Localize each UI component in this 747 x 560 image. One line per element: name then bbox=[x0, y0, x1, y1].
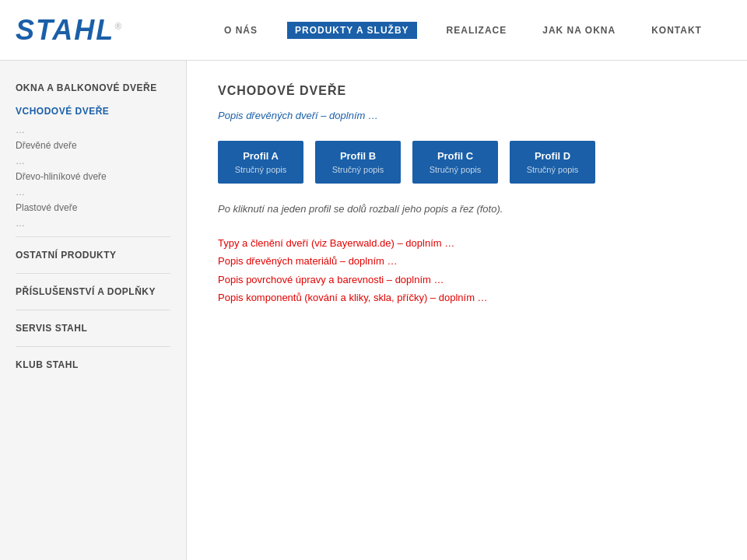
profile-btn-a[interactable]: Profil A Stručný popis bbox=[218, 141, 303, 184]
sidebar-dots-2: … bbox=[0, 154, 186, 168]
profile-c-title: Profil C bbox=[428, 150, 482, 162]
info-block: Typy a členění dveří (viz Bayerwald.de) … bbox=[218, 234, 716, 307]
info-line-3: Popis povrchové úpravy a barevnosti – do… bbox=[218, 271, 716, 289]
logo: STAHL® bbox=[16, 14, 123, 46]
sidebar-item-klub[interactable]: KLUB STAHL bbox=[0, 353, 186, 376]
profile-a-title: Profil A bbox=[233, 150, 288, 162]
profile-a-sub: Stručný popis bbox=[233, 165, 288, 174]
profiles-row: Profil A Stručný popis Profil B Stručný … bbox=[218, 141, 716, 184]
logo-reg: ® bbox=[114, 21, 123, 32]
profile-btn-d[interactable]: Profil D Stručný popis bbox=[510, 141, 595, 184]
nav-o-nas[interactable]: O NÁS bbox=[218, 22, 264, 39]
sidebar-item-drevene[interactable]: Dřevěné dveře bbox=[0, 137, 186, 154]
profile-b-title: Profil B bbox=[331, 150, 385, 162]
nav-realizace[interactable]: REALIZACE bbox=[440, 22, 514, 39]
sidebar-dots-3: … bbox=[0, 185, 186, 199]
sidebar-item-plastove[interactable]: Plastové dveře bbox=[0, 199, 186, 216]
sidebar: OKNA A BALKONOVÉ DVEŘE VCHODOVÉ DVEŘE … … bbox=[0, 61, 187, 560]
profile-d-title: Profil D bbox=[525, 150, 580, 162]
intro-text: Popis dřevěných dveří – doplním … bbox=[218, 110, 716, 121]
sidebar-item-drevo-hlinikove[interactable]: Dřevo-hliníkové dveře bbox=[0, 168, 186, 185]
nav-produkty[interactable]: PRODUKTY A SLUŽBY bbox=[287, 22, 417, 39]
sidebar-item-prislusenstvi[interactable]: PŘÍSLUŠENSTVÍ A DOPLŇKY bbox=[0, 280, 186, 303]
sidebar-item-servis[interactable]: SERVIS STAHL bbox=[0, 317, 186, 340]
sidebar-divider-2 bbox=[16, 273, 170, 274]
sidebar-divider-3 bbox=[16, 310, 170, 310]
logo-area: STAHL® bbox=[16, 14, 202, 47]
info-line-4: Popis komponentů (kování a kliky, skla, … bbox=[218, 289, 716, 306]
sidebar-item-ostatni[interactable]: OSTATNÍ PRODUKTY bbox=[0, 243, 186, 267]
profile-note: Po kliknutí na jeden profil se dolů rozb… bbox=[218, 203, 716, 215]
content-area: VCHODOVÉ DVEŘE Popis dřevěných dveří – d… bbox=[187, 61, 747, 560]
sidebar-item-vchodove[interactable]: VCHODOVÉ DVEŘE bbox=[0, 100, 186, 123]
header: STAHL® O NÁS PRODUKTY A SLUŽBY REALIZACE… bbox=[0, 0, 747, 61]
nav-kontakt[interactable]: KONTAKT bbox=[645, 22, 708, 39]
profile-btn-b[interactable]: Profil B Stručný popis bbox=[315, 141, 401, 184]
profile-d-sub: Stručný popis bbox=[525, 165, 580, 174]
nav-jak-na-okna[interactable]: JAK NA OKNA bbox=[536, 22, 622, 39]
sidebar-divider-1 bbox=[16, 236, 170, 237]
info-line-2: Popis dřevěných materiálů – doplním … bbox=[218, 252, 716, 270]
profile-btn-c[interactable]: Profil C Stručný popis bbox=[412, 141, 498, 184]
sidebar-item-okna[interactable]: OKNA A BALKONOVÉ DVEŘE bbox=[0, 76, 186, 100]
sidebar-dots-1: … bbox=[0, 123, 186, 137]
sidebar-dots-4: … bbox=[0, 216, 186, 230]
main-nav: O NÁS PRODUKTY A SLUŽBY REALIZACE JAK NA… bbox=[202, 22, 731, 39]
sidebar-divider-4 bbox=[16, 346, 170, 347]
page-title: VCHODOVÉ DVEŘE bbox=[218, 84, 716, 98]
profile-c-sub: Stručný popis bbox=[428, 165, 482, 174]
profile-b-sub: Stručný popis bbox=[331, 165, 385, 174]
main-layout: OKNA A BALKONOVÉ DVEŘE VCHODOVÉ DVEŘE … … bbox=[0, 61, 747, 560]
info-line-1: Typy a členění dveří (viz Bayerwald.de) … bbox=[218, 234, 716, 252]
